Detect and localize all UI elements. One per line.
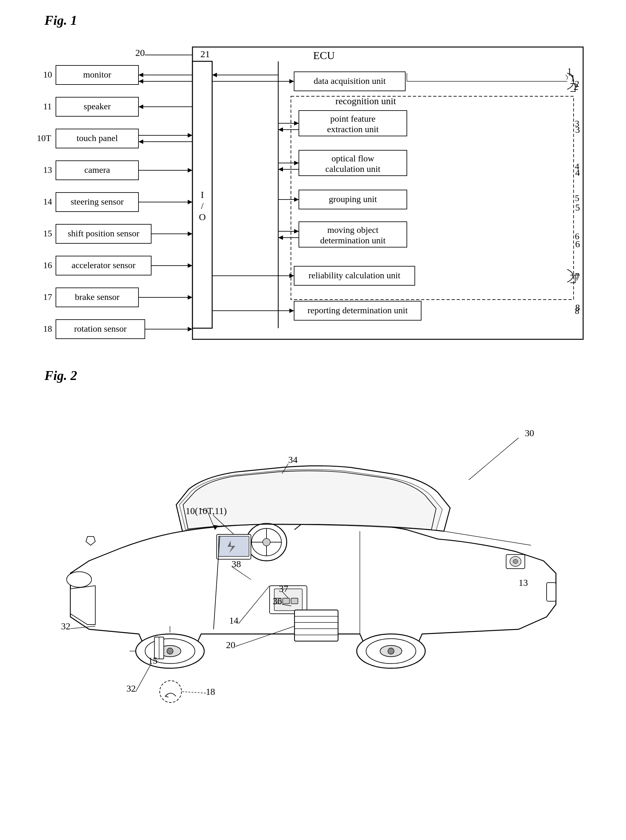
svg-marker-78 [188, 200, 192, 204]
svg-point-148 [513, 559, 518, 564]
svg-rect-128 [546, 583, 556, 602]
svg-text:optical flow: optical flow [331, 154, 374, 163]
svg-text:determination unit: determination unit [320, 235, 385, 245]
svg-text:21: 21 [200, 49, 210, 59]
fig2-svg: 10(10T,11) 30 34 38 37 36 14 [27, 393, 599, 704]
svg-rect-141 [294, 610, 338, 641]
svg-text:O: O [199, 212, 206, 222]
svg-text:36: 36 [272, 596, 282, 606]
svg-text:rotation sensor: rotation sensor [74, 324, 127, 334]
svg-text:2: 2 [575, 79, 579, 89]
svg-text:calculation unit: calculation unit [325, 164, 380, 174]
svg-text:data acquisition unit: data acquisition unit [313, 76, 386, 86]
svg-text:reliability calculation unit: reliability calculation unit [308, 270, 400, 280]
svg-text:30: 30 [525, 428, 534, 438]
svg-rect-20 [56, 66, 138, 85]
svg-text:/: / [201, 201, 203, 211]
svg-text:1: 1 [570, 73, 575, 83]
svg-rect-35 [56, 224, 151, 243]
svg-marker-90 [212, 73, 217, 77]
svg-marker-94 [278, 127, 283, 132]
svg-text:I: I [201, 190, 204, 200]
fig2-diagram: 10(10T,11) 30 34 38 37 36 14 [27, 393, 599, 704]
svg-text:10: 10 [43, 70, 52, 80]
svg-text:reporting determination unit: reporting determination unit [307, 305, 408, 315]
svg-rect-1 [291, 96, 574, 299]
svg-text:13: 13 [43, 165, 52, 175]
svg-text:7: 7 [575, 271, 579, 281]
svg-text:speaker: speaker [83, 101, 111, 111]
svg-text:5: 5 [575, 193, 579, 203]
svg-marker-84 [188, 295, 192, 299]
svg-line-157 [469, 438, 519, 480]
fig2-section: Fig. 2 [19, 368, 607, 704]
svg-rect-38 [56, 256, 151, 275]
svg-text:37: 37 [279, 584, 288, 594]
svg-text:extraction unit: extraction unit [327, 124, 379, 134]
svg-point-127 [66, 572, 91, 588]
svg-rect-140 [291, 598, 298, 604]
svg-rect-47 [294, 72, 405, 91]
svg-marker-104 [278, 235, 283, 240]
svg-rect-56 [299, 190, 407, 209]
svg-point-133 [263, 539, 270, 546]
svg-text:8: 8 [575, 302, 580, 313]
svg-marker-70 [138, 105, 143, 109]
svg-rect-2 [192, 61, 212, 328]
fig1-svg: I / O 20 21 ECU 1 2 [27, 38, 599, 349]
svg-marker-86 [188, 327, 192, 331]
svg-line-171 [136, 664, 151, 692]
svg-marker-98 [278, 167, 283, 172]
svg-text:brake sensor: brake sensor [75, 292, 119, 302]
fig2-title: Fig. 2 [44, 368, 607, 383]
svg-text:6: 6 [575, 238, 580, 249]
svg-text:14: 14 [229, 615, 238, 625]
svg-marker-102 [294, 229, 299, 234]
svg-marker-92 [294, 121, 299, 125]
svg-text:touch panel: touch panel [77, 133, 118, 143]
svg-text:32: 32 [127, 683, 136, 694]
svg-text:5: 5 [575, 202, 580, 213]
svg-rect-32 [56, 193, 138, 212]
svg-point-126 [388, 648, 394, 655]
svg-text:monitor: monitor [83, 70, 111, 80]
svg-text:15: 15 [43, 229, 52, 238]
svg-rect-0 [192, 47, 583, 339]
svg-text:4: 4 [575, 161, 579, 171]
svg-line-176 [181, 692, 205, 693]
svg-text:10T: 10T [37, 133, 51, 143]
svg-rect-44 [56, 320, 145, 339]
svg-rect-29 [56, 161, 138, 180]
svg-text:point feature: point feature [330, 114, 375, 124]
svg-text:shift position sensor: shift position sensor [68, 229, 139, 238]
fig1-title: Fig. 1 [44, 13, 607, 28]
fig1-section: Fig. 1 I / O 20 2 [19, 13, 607, 349]
svg-marker-72 [188, 133, 192, 138]
svg-marker-106 [290, 274, 294, 278]
svg-text:10(10T,11): 10(10T,11) [185, 506, 227, 516]
svg-text:32: 32 [61, 621, 70, 631]
svg-text:7: 7 [575, 272, 580, 282]
svg-text:13: 13 [518, 578, 527, 588]
svg-text:16: 16 [43, 260, 52, 270]
svg-text:34: 34 [288, 454, 297, 465]
svg-text:20: 20 [226, 640, 235, 650]
svg-marker-68 [138, 79, 143, 83]
svg-rect-23 [56, 97, 138, 116]
svg-text:ECU: ECU [313, 50, 335, 61]
svg-text:6: 6 [575, 231, 579, 241]
fig1-diagram: I / O 20 21 ECU 1 2 [27, 38, 599, 349]
svg-text:3: 3 [575, 124, 580, 135]
svg-text:accelerator sensor: accelerator sensor [72, 260, 136, 270]
svg-rect-61 [294, 266, 415, 285]
svg-text:4: 4 [575, 167, 580, 178]
svg-rect-139 [282, 598, 290, 604]
svg-text:11: 11 [43, 101, 52, 111]
svg-text:18: 18 [43, 324, 52, 334]
svg-point-153 [160, 681, 182, 703]
svg-text:8: 8 [575, 306, 579, 316]
svg-text:moving object: moving object [327, 225, 378, 235]
svg-text:14: 14 [43, 197, 52, 207]
svg-rect-41 [56, 288, 138, 307]
svg-text:1: 1 [567, 66, 572, 76]
